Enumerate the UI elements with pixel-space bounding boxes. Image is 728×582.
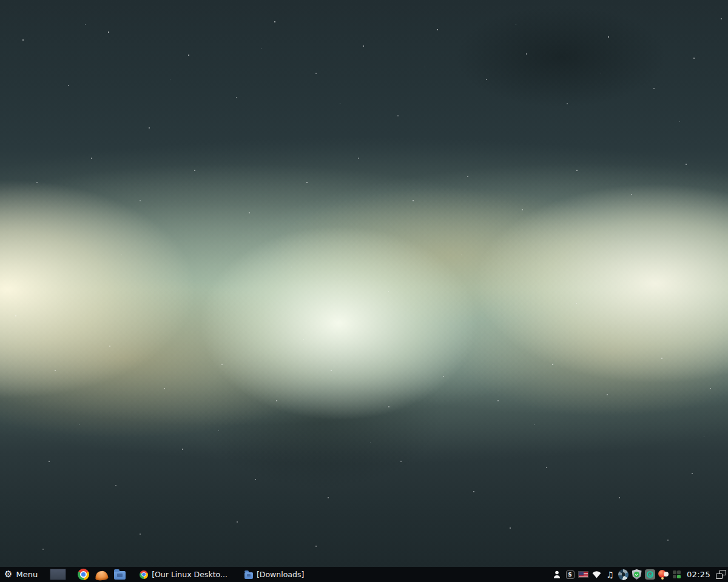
launcher-clementine[interactable]	[95, 568, 108, 581]
desktop: ⚙ Menu [Our Linux Deskto... [Downloads]	[0, 0, 728, 582]
starfield-layer	[0, 0, 1, 1]
redshift-icon[interactable]	[658, 569, 669, 580]
chrome-icon	[140, 570, 148, 579]
package-updates-icon[interactable]	[672, 569, 682, 580]
launcher-file-manager[interactable]	[113, 568, 126, 581]
keyboard-layout-us-flag-icon[interactable]	[578, 569, 588, 580]
s-badge-tray-icon[interactable]: S	[565, 569, 575, 580]
window-button-downloads[interactable]: [Downloads]	[241, 567, 308, 582]
folder-icon	[244, 572, 253, 579]
system-tray: S ♫	[551, 567, 728, 582]
swirl-updater-icon[interactable]	[618, 569, 629, 580]
applications-menu-button[interactable]: ⚙ Menu	[0, 567, 42, 582]
launcher-chrome[interactable]	[77, 568, 90, 581]
window-button-label: [Downloads]	[257, 570, 304, 579]
taskbar-panel: ⚙ Menu [Our Linux Deskto... [Downloads]	[0, 567, 728, 582]
shield-check-icon[interactable]	[632, 569, 642, 580]
user-tray-icon[interactable]	[551, 569, 562, 580]
clementine-icon	[95, 570, 108, 580]
gear-icon: ⚙	[4, 570, 12, 579]
music-note-icon[interactable]: ♫	[605, 569, 615, 580]
menu-label: Menu	[16, 570, 38, 579]
panel-clock[interactable]: 02:25	[687, 570, 710, 579]
window-button-chrome[interactable]: [Our Linux Deskto...	[136, 567, 231, 582]
wallpaper-nebula	[0, 0, 728, 567]
folder-icon	[114, 571, 126, 580]
window-buttons: [Our Linux Deskto... [Downloads]	[136, 567, 308, 582]
quick-launchers	[77, 568, 126, 581]
portmaster-icon[interactable]	[645, 569, 655, 580]
window-list-icon[interactable]	[716, 570, 726, 579]
wifi-icon[interactable]	[592, 569, 602, 580]
window-button-label: [Our Linux Deskto...	[152, 570, 228, 579]
chrome-icon	[78, 569, 89, 580]
workspace-pager[interactable]	[50, 569, 66, 580]
